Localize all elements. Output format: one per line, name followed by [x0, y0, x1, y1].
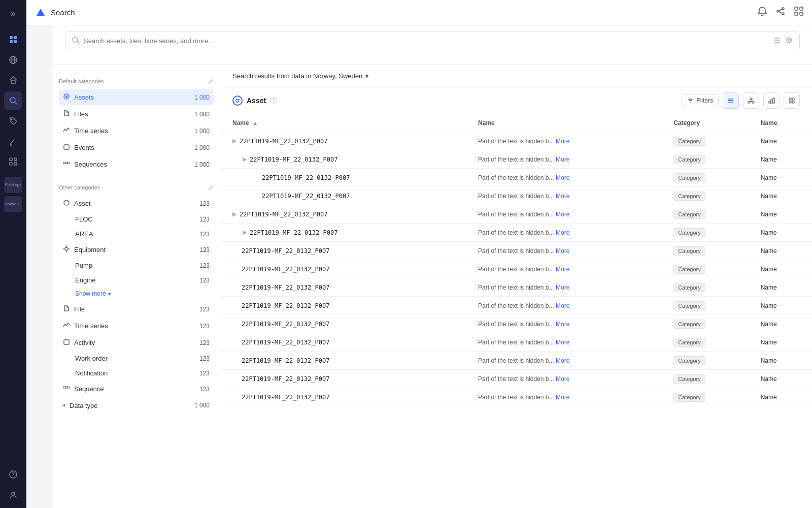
- sidebar-item-events[interactable]: Events 1 000: [59, 140, 214, 155]
- sidebar-sub-engine[interactable]: Engine 123: [59, 273, 214, 287]
- nav-mainten-icon[interactable]: Mainten...: [4, 196, 22, 212]
- view-list-button[interactable]: [723, 92, 739, 109]
- nav-brush-icon[interactable]: [4, 132, 22, 150]
- view-chart-button[interactable]: [763, 92, 780, 109]
- sidebar-sub-notification[interactable]: Notification 123: [59, 366, 214, 380]
- row-more-link[interactable]: More: [556, 229, 569, 236]
- sidebar-sub-area[interactable]: AREA 123: [59, 227, 214, 241]
- table-row: 22PT1019-MF_22_0132_P007 Part of the tex…: [220, 169, 812, 187]
- sidebar-item-assets[interactable]: Assets 1 000: [59, 89, 214, 105]
- events-count: 1 000: [194, 144, 210, 151]
- row-text-cell: Part of the text is hidden b... More: [470, 205, 665, 224]
- other-section-expand-icon[interactable]: ⤢: [208, 183, 214, 192]
- table-row: 22PT1019-MF_22_0132_P007 Part of the tex…: [220, 352, 812, 370]
- row-more-link[interactable]: More: [556, 394, 569, 401]
- sequences-icon: [63, 160, 70, 169]
- search-bar: [65, 31, 800, 50]
- nav-fieldops-icon[interactable]: Field ops: [4, 177, 22, 193]
- row-expand-icon[interactable]: ▶: [243, 229, 247, 236]
- sidebar-item-asset[interactable]: Asset 123: [59, 196, 214, 211]
- equipment-icon: [63, 245, 70, 254]
- notification-icon[interactable]: [757, 6, 767, 19]
- sidebar-sub-workorder[interactable]: Work order 123: [59, 352, 214, 365]
- nav-user-icon[interactable]: [4, 486, 22, 504]
- row-more-link[interactable]: More: [556, 357, 569, 364]
- default-section-expand-icon[interactable]: ⤢: [208, 77, 214, 85]
- asset-info-icon[interactable]: ⓘ: [270, 96, 277, 105]
- row-more-link[interactable]: More: [556, 156, 569, 163]
- results-header-chevron-icon[interactable]: ▾: [365, 73, 368, 80]
- row-name: 22PT1019-MF_22_0132_P007: [242, 357, 329, 364]
- row-more-link[interactable]: More: [556, 339, 569, 346]
- nav-grid-icon[interactable]: [4, 152, 22, 171]
- row-col4-cell: Name: [753, 169, 812, 187]
- row-expand-icon[interactable]: ▶: [232, 138, 236, 144]
- table-row: 22PT1019-MF_22_0132_P007 Part of the tex…: [220, 278, 812, 297]
- nav-help-icon[interactable]: ?: [4, 465, 22, 484]
- row-more-link[interactable]: More: [556, 193, 569, 200]
- nav-home-icon[interactable]: [4, 71, 22, 89]
- row-more-link[interactable]: More: [556, 211, 569, 218]
- row-more-link[interactable]: More: [556, 266, 569, 273]
- row-more-link[interactable]: More: [556, 321, 569, 328]
- row-category-cell: Category: [665, 260, 753, 278]
- row-more-link[interactable]: More: [556, 375, 569, 383]
- show-more-button[interactable]: Show more ▾: [59, 288, 214, 299]
- view-grid-button[interactable]: [784, 92, 800, 109]
- svg-rect-41: [67, 162, 70, 164]
- row-more-link[interactable]: More: [556, 247, 569, 255]
- row-text: Part of the text is hidden b...: [478, 211, 554, 218]
- row-expand-icon[interactable]: ▶: [243, 156, 247, 163]
- svg-rect-36: [64, 145, 69, 149]
- list-icon[interactable]: [773, 36, 781, 46]
- row-more-link[interactable]: More: [556, 284, 569, 291]
- svg-rect-0: [10, 36, 13, 39]
- sidebar-item-equipment[interactable]: Equipment 123: [59, 242, 214, 258]
- nav-search-icon[interactable]: [4, 91, 22, 110]
- svg-rect-7: [11, 80, 15, 84]
- svg-point-50: [236, 99, 239, 102]
- sidebar-item-files[interactable]: Files 1 000: [59, 106, 214, 122]
- equipment-count: 123: [199, 246, 210, 253]
- nav-expand-icon[interactable]: »: [4, 4, 22, 22]
- row-text: Part of the text is hidden b...: [478, 302, 554, 309]
- sidebar-item-sequences[interactable]: Sequences 1 000: [59, 156, 214, 172]
- search-input[interactable]: [84, 37, 773, 45]
- sidebar-sub-pump[interactable]: Pump 123: [59, 259, 214, 272]
- share-icon[interactable]: [775, 6, 786, 19]
- table-row: 22PT1019-MF_22_0132_P007 Part of the tex…: [220, 260, 812, 278]
- svg-line-9: [15, 102, 17, 104]
- sidebar-item-data-type[interactable]: • Data type 1 000: [59, 398, 214, 413]
- col-name-header[interactable]: Name ▲: [220, 114, 470, 132]
- row-name-cell: 22PT1019-MF_22_0132_P007: [220, 242, 470, 260]
- floc-label: FLOC: [75, 215, 93, 223]
- apps-icon[interactable]: [794, 6, 804, 19]
- row-col4-cell: Name: [753, 242, 812, 260]
- sidebar-item-file[interactable]: File 123: [59, 301, 214, 317]
- row-col4-cell: Name: [753, 224, 812, 242]
- filters-button[interactable]: Filters: [682, 94, 719, 107]
- row-name: 22PT1019-MF_22_0132_P007: [242, 339, 329, 346]
- sequence-icon: [63, 385, 70, 393]
- nav-tag-icon[interactable]: [4, 112, 22, 130]
- sort-icon: ▲: [253, 120, 258, 126]
- sidebar-item-time-series[interactable]: Time series 1 000: [59, 123, 214, 139]
- settings-search-icon[interactable]: [785, 36, 793, 46]
- row-text-cell: Part of the text is hidden b... More: [470, 224, 665, 242]
- row-more-link[interactable]: More: [556, 302, 569, 309]
- row-expand-icon[interactable]: ▶: [232, 211, 236, 217]
- sidebar-item-activity[interactable]: Activity 123: [59, 335, 214, 351]
- floc-count: 123: [199, 216, 210, 223]
- row-more-link[interactable]: More: [556, 138, 569, 145]
- row-more-link[interactable]: More: [556, 174, 569, 181]
- view-tree-button[interactable]: [743, 92, 759, 109]
- sidebar-item-sequence[interactable]: Sequence 123: [59, 381, 214, 397]
- sidebar-sub-floc[interactable]: FLOC 123: [59, 212, 214, 226]
- nav-dashboard-icon[interactable]: [4, 30, 22, 49]
- files-icon: [63, 110, 70, 118]
- row-col4: Name: [761, 339, 777, 346]
- nav-globe-icon[interactable]: [4, 51, 22, 69]
- data-type-label: Data type: [70, 402, 98, 409]
- sidebar-item-time-series-other[interactable]: Time series 123: [59, 318, 214, 334]
- svg-text:?: ?: [12, 471, 15, 478]
